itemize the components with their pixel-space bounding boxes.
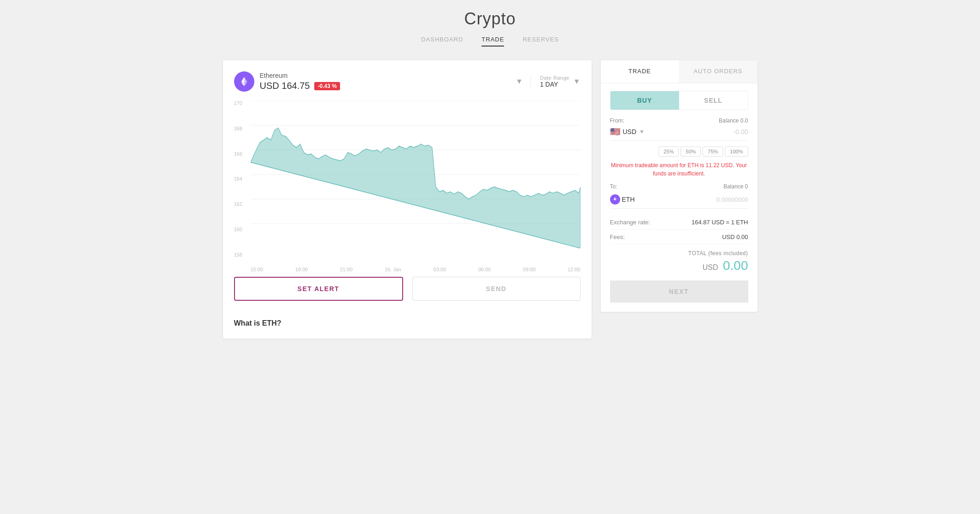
fees-value: USD 0.00	[722, 234, 748, 240]
page-title: Crypto	[223, 9, 757, 29]
exchange-rate-label: Exchange rate:	[610, 219, 650, 226]
total-amount: 0.00	[723, 258, 748, 273]
chart-container: 170 168 166 164 162 160 158	[234, 101, 581, 257]
total-currency: USD	[703, 263, 718, 271]
from-field-label-row: From: Balance 0.0	[610, 117, 748, 124]
asset-name: Ethereum	[260, 72, 340, 79]
asset-price: USD 164.75	[260, 81, 310, 91]
to-field: To: Balance 0	[610, 183, 748, 209]
eth-icon	[234, 71, 254, 92]
currency-dropdown-icon[interactable]: ▼	[639, 128, 645, 135]
from-currency-name: USD	[623, 128, 637, 135]
x-label-1800: 18:00	[295, 267, 308, 272]
trade-panel-tab-trade[interactable]: TRADE	[601, 60, 679, 83]
nav-tabs: DASHBOARD TRADE RESERVES	[223, 36, 757, 47]
from-currency-selector[interactable]: 🇺🇸 USD ▼	[610, 127, 645, 137]
date-range-selector[interactable]: Date Range 1 DAY ▼	[530, 75, 581, 88]
next-button[interactable]: NEXT	[610, 280, 748, 303]
pct-25-button[interactable]: 25%	[658, 146, 679, 157]
y-label-158: 158	[234, 252, 242, 257]
error-message: Minimum tradeable amount for ETH is 11.2…	[610, 161, 748, 178]
chart-area	[251, 101, 581, 248]
to-balance: Balance 0	[723, 183, 748, 190]
x-axis-labels: 15:00 18:00 21:00 16. Jan 03:00 06:00 09…	[234, 267, 581, 272]
trade-panel-body: BUY SELL From: Balance 0.0 🇺🇸 USD ▼	[601, 83, 757, 312]
x-label-0600: 06:00	[478, 267, 491, 272]
y-axis-labels: 170 168 166 164 162 160 158	[234, 101, 242, 257]
y-label-166: 166	[234, 152, 242, 157]
set-alert-button[interactable]: SET ALERT	[234, 277, 403, 301]
y-label-164: 164	[234, 176, 242, 181]
y-label-170: 170	[234, 101, 242, 106]
pct-75-button[interactable]: 75%	[703, 146, 723, 157]
from-label: From:	[610, 117, 624, 124]
to-eth-icon	[610, 194, 620, 204]
asset-header: Ethereum USD 164.75 -0.43 % ▼ Date Range…	[234, 71, 581, 92]
send-button[interactable]: SEND	[412, 277, 581, 301]
us-flag-icon: 🇺🇸	[610, 127, 620, 137]
date-range-chevron-icon[interactable]: ▼	[573, 77, 581, 86]
date-range-label: Date Range	[540, 75, 569, 81]
right-panel: TRADE AUTO ORDERS BUY SELL From: Balance…	[601, 60, 757, 312]
to-currency-name: ETH	[622, 196, 635, 203]
x-label-0900: 09:00	[523, 267, 536, 272]
x-label-2100: 21:00	[340, 267, 353, 272]
chevron-down-icon[interactable]: ▼	[516, 77, 523, 86]
trade-panel-tabs: TRADE AUTO ORDERS	[601, 60, 757, 83]
asset-text: Ethereum USD 164.75 -0.43 %	[260, 72, 340, 91]
from-field: From: Balance 0.0 🇺🇸 USD ▼ -0.00	[610, 117, 748, 141]
date-range-value: 1 DAY	[540, 81, 569, 88]
main-layout: Ethereum USD 164.75 -0.43 % ▼ Date Range…	[223, 60, 757, 339]
x-label-jan16: 16. Jan	[385, 267, 401, 272]
x-label-0300: 03:00	[434, 267, 446, 272]
tab-dashboard[interactable]: DASHBOARD	[421, 36, 463, 47]
to-field-label-row: To: Balance 0	[610, 183, 748, 190]
total-amount-row: USD 0.00	[610, 258, 748, 273]
to-label: To:	[610, 183, 617, 190]
asset-info: Ethereum USD 164.75 -0.43 %	[234, 71, 340, 92]
date-range-text: Date Range 1 DAY	[540, 75, 569, 88]
exchange-info: Exchange rate: 164.87 USD = 1 ETH Fees: …	[610, 215, 748, 245]
pct-50-button[interactable]: 50%	[681, 146, 701, 157]
tab-reserves[interactable]: RESERVES	[522, 36, 559, 47]
price-change-badge: -0.43 %	[314, 82, 340, 90]
asset-header-right: ▼ Date Range 1 DAY ▼	[516, 75, 580, 88]
from-balance: Balance 0.0	[719, 117, 748, 124]
asset-price-row: USD 164.75 -0.43 %	[260, 81, 340, 91]
exchange-rate-value: 164.87 USD = 1 ETH	[692, 219, 748, 226]
y-label-160: 160	[234, 227, 242, 232]
pct-buttons: 25% 50% 75% 100%	[610, 146, 748, 157]
pct-100-button[interactable]: 100%	[725, 146, 748, 157]
what-is-title: What is ETH?	[234, 319, 581, 327]
from-amount: -0.00	[734, 128, 748, 135]
left-panel: Ethereum USD 164.75 -0.43 % ▼ Date Range…	[223, 60, 592, 339]
trade-panel-tab-auto-orders[interactable]: AUTO ORDERS	[679, 60, 757, 83]
x-label-1500: 15:00	[251, 267, 264, 272]
action-buttons: SET ALERT SEND	[234, 277, 581, 301]
to-row: ETH 0.00000000	[610, 194, 748, 209]
buy-button[interactable]: BUY	[610, 91, 679, 110]
fees-row: Fees: USD 0.00	[610, 230, 748, 245]
from-row: 🇺🇸 USD ▼ -0.00	[610, 127, 748, 141]
tab-trade[interactable]: TRADE	[481, 36, 504, 47]
x-label-1200: 12:00	[568, 267, 581, 272]
y-label-162: 162	[234, 202, 242, 207]
what-is-section: What is ETH?	[234, 312, 581, 327]
total-label: TOTAL (fees included)	[610, 250, 748, 257]
y-label-168: 168	[234, 126, 242, 131]
total-section: TOTAL (fees included) USD 0.00	[610, 245, 748, 277]
exchange-rate-row: Exchange rate: 164.87 USD = 1 ETH	[610, 215, 748, 230]
fees-label: Fees:	[610, 234, 625, 240]
to-currency-selector: ETH	[610, 194, 635, 204]
buy-sell-toggle: BUY SELL	[610, 91, 748, 110]
sell-button[interactable]: SELL	[679, 91, 748, 110]
to-amount: 0.00000000	[716, 196, 748, 203]
